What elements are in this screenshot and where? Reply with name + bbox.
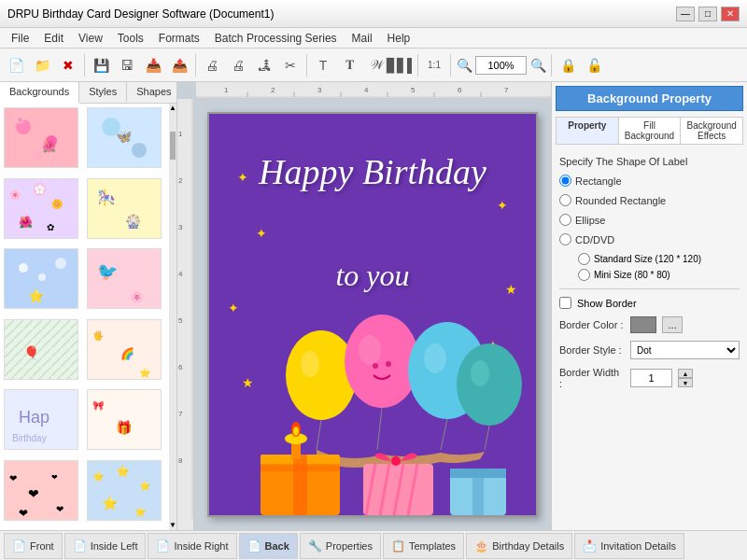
scroll-down[interactable]: ▼ (169, 521, 176, 530)
width-spin-down[interactable]: ▼ (678, 378, 693, 387)
width-spin-up[interactable]: ▲ (678, 369, 693, 378)
wordart-button[interactable]: 𝒲 (363, 53, 388, 77)
tab-inside-right[interactable]: 📄 Inside Right (148, 533, 236, 559)
mini-size-radio[interactable] (578, 269, 590, 281)
new-button[interactable]: 📄 (4, 53, 28, 77)
main-area: Backgrounds Styles Shapes 🌸 🌺 (0, 82, 747, 530)
tab-back[interactable]: 📄 Back (239, 533, 298, 559)
delete-button[interactable]: ✖ (56, 53, 80, 77)
thumbnail-1[interactable]: 🌸 🌺 (4, 107, 78, 168)
menu-view[interactable]: View (71, 30, 110, 47)
text-button[interactable]: T (311, 53, 335, 77)
minimize-button[interactable]: — (676, 7, 695, 21)
border-color-browse[interactable]: … (662, 316, 683, 333)
prop-tab-effects[interactable]: Background Effects (681, 118, 742, 144)
thumbnail-7[interactable]: 🎈 (4, 319, 78, 380)
border-style-select[interactable]: Dot Solid Dash DashDot (630, 341, 740, 359)
menu-batch[interactable]: Batch Processing Series (207, 30, 345, 47)
tab-invitation-details[interactable]: 📩 Invitation Details (574, 533, 684, 559)
svg-line-91 (485, 426, 489, 450)
scroll-thumb[interactable] (170, 132, 176, 160)
thumbnail-6[interactable]: 🐦 🌸 (87, 248, 162, 309)
save-button[interactable]: 💾 (89, 53, 113, 77)
menu-formats[interactable]: Formats (151, 30, 207, 47)
close-button[interactable]: ✕ (721, 7, 740, 21)
cddvd-radio[interactable] (559, 233, 571, 245)
menu-file[interactable]: File (4, 30, 36, 47)
save-as-button[interactable]: 🖫 (115, 53, 139, 77)
thumbnails-grid: 🌸 🌺 🦋 🌸 (0, 104, 169, 530)
standard-size-radio[interactable] (578, 253, 590, 265)
thumbnail-2[interactable]: 🦋 (87, 107, 162, 168)
svg-point-87 (424, 343, 446, 373)
barcode-button[interactable]: ▊▋▌ (389, 53, 414, 77)
print-button[interactable]: 🖨 (200, 53, 224, 77)
svg-rect-53 (196, 82, 551, 98)
menu-edit[interactable]: Edit (36, 30, 71, 47)
thumbnail-3[interactable]: 🌸 💮 🌼 🌺 ✿ (4, 178, 78, 239)
text2-button[interactable]: 𝐓 (337, 53, 361, 77)
prop-tab-property[interactable]: Property (557, 118, 619, 144)
thumbnail-5[interactable]: ⭐ (4, 248, 78, 309)
svg-text:🌺: 🌺 (19, 215, 33, 229)
svg-point-78 (286, 330, 357, 420)
tab-shapes[interactable]: Shapes (127, 82, 181, 103)
templates-label: Templates (409, 540, 456, 552)
zoom-out-button[interactable]: 🔍 (455, 56, 473, 75)
svg-text:4: 4 (364, 86, 369, 94)
maximize-button[interactable]: □ (698, 7, 717, 21)
svg-point-20 (19, 263, 28, 273)
svg-point-81 (345, 315, 419, 408)
prop-tab-fill[interactable]: Fill Background (619, 118, 682, 144)
ratio-button[interactable]: 1:1 (422, 53, 446, 77)
menu-tools[interactable]: Tools (110, 30, 151, 47)
scroll-up[interactable]: ▲ (169, 104, 176, 113)
shape-section-title: Specify The Shape Of Label (559, 156, 740, 167)
border-width-input[interactable]: 1 (630, 369, 672, 387)
standard-size-label: Standard Size (120 * 120) (594, 254, 701, 264)
card-canvas[interactable]: ✦ ✦ ✦ ★ ✦ ★ ✦ Happy Birthday to you (209, 114, 536, 515)
tab-backgrounds[interactable]: Backgrounds (0, 82, 79, 104)
zoom-in-button[interactable]: 🔍 (529, 56, 547, 75)
rectangle-radio[interactable] (559, 175, 571, 187)
lock-button[interactable]: 🔒 (556, 53, 580, 77)
svg-rect-95 (261, 464, 340, 471)
panel-tabs: Backgrounds Styles Shapes (0, 82, 176, 104)
border-color-swatch[interactable] (630, 316, 656, 333)
open-button[interactable]: 📁 (30, 53, 54, 77)
thumbnail-12[interactable]: ⭐ ⭐ ⭐ ⭐ ⭐ (87, 460, 162, 521)
thumbnail-8[interactable]: 🖐 🌈 ⭐ (87, 319, 162, 380)
ellipse-radio[interactable] (559, 214, 571, 226)
zoom-input[interactable]: 100% (475, 56, 527, 75)
show-border-checkbox[interactable] (559, 297, 571, 309)
menu-help[interactable]: Help (380, 30, 418, 47)
clip-button[interactable]: ✂ (278, 53, 303, 77)
import-button[interactable]: 📥 (141, 53, 165, 77)
svg-text:5: 5 (178, 316, 183, 325)
menu-mail[interactable]: Mail (345, 30, 380, 47)
rounded-radio[interactable] (559, 194, 571, 206)
tab-styles[interactable]: Styles (79, 82, 127, 103)
thumbnail-9[interactable]: Hap Birthday (4, 389, 78, 450)
svg-text:⭐: ⭐ (116, 464, 130, 478)
svg-text:❤: ❤ (56, 504, 63, 514)
border-style-label: Border Style : (559, 344, 625, 356)
lock2-button[interactable]: 🔓 (582, 53, 606, 77)
thumbnail-10[interactable]: 🎀 🎁 (87, 389, 162, 450)
tab-inside-left[interactable]: 📄 Inside Left (64, 533, 147, 559)
export-button[interactable]: 📤 (167, 53, 191, 77)
photo-button[interactable]: 🏞 (252, 53, 276, 77)
print2-button[interactable]: 🖨 (226, 53, 250, 77)
right-panel: Background Property Property Fill Backgr… (551, 82, 747, 530)
thumbnail-11[interactable]: ❤ ❤ ❤ ❤ ❤ (4, 460, 78, 521)
thumbnail-4[interactable]: 🎠 🎡 (87, 178, 162, 239)
tab-birthday-details[interactable]: 🎂 Birthday Details (466, 533, 572, 559)
card-happy-birthday-text: Happy Birthday (228, 151, 517, 194)
tab-front[interactable]: 📄 Front (4, 533, 63, 559)
tab-properties[interactable]: 🔧 Properties (300, 533, 381, 559)
titlebar: DRPU Birthday Card Designer Software (Do… (0, 0, 747, 28)
svg-text:⭐: ⭐ (28, 288, 45, 304)
tab-templates[interactable]: 📋 Templates (383, 533, 464, 559)
title-text: DRPU Birthday Card Designer Software (Do… (7, 7, 274, 21)
toolbar-separator-4 (417, 54, 418, 77)
